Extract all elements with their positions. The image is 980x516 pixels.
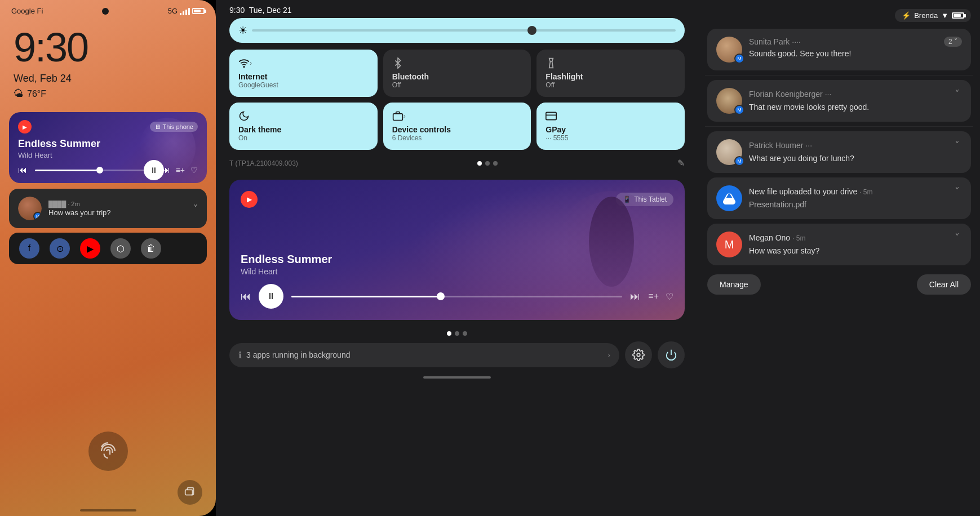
brightness-row: ☀ bbox=[229, 18, 685, 43]
phone-music-widget[interactable]: 🖥 This phone Endless Summer Wild Heart ⏮… bbox=[9, 112, 207, 183]
notif-expand-megan[interactable]: ˅ bbox=[952, 232, 962, 244]
tablet-status-bar: 9:30 Tue, Dec 21 bbox=[216, 0, 698, 18]
tablet-home-indicator bbox=[423, 376, 491, 379]
svg-point-5 bbox=[637, 353, 640, 357]
notif-card-megan[interactable]: M Megan Ono · 5m ˅ How was your stay? bbox=[707, 224, 971, 265]
clear-all-button[interactable]: Clear All bbox=[917, 274, 971, 295]
youtube-icon[interactable]: ▶ bbox=[80, 238, 100, 259]
tablet-playlist-icon[interactable]: ≡+ bbox=[648, 291, 659, 301]
manage-button[interactable]: Manage bbox=[707, 274, 761, 295]
notif-body-drive: New file uploaded to your drive · 5m ˅ P… bbox=[749, 185, 962, 209]
phone-app-icons-row: f ⊙ ▶ ⬡ 🗑 bbox=[9, 233, 207, 264]
phone-notif-message: How was your trip? bbox=[48, 208, 187, 217]
notif-card-patrick[interactable]: M Patrick Houmer ··· ˅ What are you doin… bbox=[707, 131, 971, 173]
notif-status-bar: ⚡ Brenda ▼ bbox=[707, 6, 971, 24]
notif-battery-icon bbox=[952, 12, 964, 19]
phone-notif-avatar: M bbox=[18, 197, 42, 220]
phone-notif-content: ████ · 2m How was your trip? bbox=[48, 201, 187, 217]
notif-wifi-icon: ▼ bbox=[941, 11, 948, 20]
notif-expand-drive[interactable]: ˅ bbox=[952, 185, 962, 198]
qs-internet-sublabel: GoogleGuest bbox=[238, 81, 369, 89]
media-dot-2 bbox=[455, 331, 459, 336]
qs-dot-3 bbox=[493, 161, 498, 166]
notif-card-florian[interactable]: M Florian Koenigberger ··· ˅ That new mo… bbox=[707, 80, 971, 122]
phone-music-controls: ⏮ ⏭ ≡+ ♡ ⏸ bbox=[18, 165, 198, 175]
media-page-dots bbox=[216, 331, 698, 336]
phone-music-artist: Wild Heart bbox=[18, 151, 198, 159]
recents-button[interactable] bbox=[178, 480, 202, 505]
notif-expand-florian[interactable]: ˅ bbox=[952, 88, 962, 100]
phone-temperature: 76°F bbox=[27, 89, 46, 99]
qs-tile-bluetooth[interactable]: Bluetooth Off bbox=[383, 50, 531, 97]
brightness-icon: ☀ bbox=[238, 24, 247, 37]
qs-flashlight-sublabel: Off bbox=[546, 81, 676, 89]
notif-card-drive[interactable]: New file uploaded to your drive · 5m ˅ P… bbox=[707, 177, 971, 219]
weather-icon: 🌤 bbox=[14, 88, 24, 100]
tablet-progress-bar[interactable] bbox=[291, 296, 622, 297]
qs-devicecontrols-label: Device controls bbox=[392, 125, 522, 134]
notif-battery-fill bbox=[954, 14, 961, 17]
tablet-prev-button[interactable]: ⏮ bbox=[241, 291, 251, 303]
qs-tile-internet[interactable]: › Internet GoogleGuest bbox=[229, 50, 378, 97]
divider-2 bbox=[705, 126, 973, 127]
notif-message-florian: That new movie looks pretty good. bbox=[749, 103, 962, 112]
qs-internet-label: Internet bbox=[238, 72, 369, 81]
dark-theme-icon bbox=[238, 110, 369, 122]
running-apps-bar[interactable]: ℹ 3 apps running in background › bbox=[229, 343, 619, 367]
photos-icon[interactable]: ⬡ bbox=[110, 238, 131, 259]
qs-device-info: T (TP1A.2100409.003) bbox=[229, 159, 298, 167]
notif-avatar-florian: M bbox=[716, 88, 742, 114]
notif-message-sunita: Sounds good. See you there! bbox=[749, 49, 962, 58]
brightness-slider[interactable]: ☀ bbox=[229, 18, 685, 43]
signal-bar-2 bbox=[183, 11, 184, 15]
media-dot-1 bbox=[447, 331, 451, 336]
svg-point-1 bbox=[243, 66, 245, 68]
messenger-icon[interactable]: ⊙ bbox=[50, 238, 70, 259]
qs-bluetooth-label: Bluetooth bbox=[392, 72, 522, 81]
fingerprint-button[interactable] bbox=[88, 432, 128, 471]
phone-play-pause-button[interactable]: ⏸ bbox=[144, 160, 164, 180]
brightness-track bbox=[252, 29, 676, 32]
tablet-next-button[interactable]: ⏭ bbox=[630, 291, 640, 303]
notif-name-patrick: Patrick Houmer ··· bbox=[749, 141, 812, 150]
gpay-icon bbox=[546, 110, 676, 122]
phone-weather: 🌤 76°F bbox=[0, 87, 216, 106]
notif-status-name: Brenda bbox=[914, 11, 938, 20]
qs-tile-gpay[interactable]: GPay ··· 5555 bbox=[536, 103, 685, 150]
tablet-heart-icon[interactable]: ♡ bbox=[666, 291, 673, 302]
brightness-thumb bbox=[527, 26, 536, 35]
notif-header-sunita: Sunita Park ···· 2 ˅ bbox=[749, 37, 962, 47]
qs-tile-flashlight[interactable]: Flashlight Off bbox=[536, 50, 685, 97]
facebook-icon[interactable]: f bbox=[19, 238, 39, 259]
media-info: Endless Summer Wild Heart bbox=[241, 253, 673, 276]
notif-header-florian: Florian Koenigberger ··· ˅ bbox=[749, 88, 962, 100]
phone-panel: Google Fi 5G 9:30 Wed, Feb 24 🌤 76°F 🖥 T bbox=[0, 0, 216, 516]
notif-status-right: ⚡ Brenda ▼ bbox=[895, 9, 971, 22]
prev-track-button[interactable]: ⏮ bbox=[18, 165, 27, 175]
drive-icon bbox=[716, 185, 742, 211]
battery-icon bbox=[192, 8, 205, 14]
tablet-panel: 9:30 Tue, Dec 21 ☀ bbox=[216, 0, 698, 516]
playlist-icon[interactable]: ≡+ bbox=[176, 166, 185, 175]
running-apps-label: 3 apps running in background bbox=[246, 350, 350, 359]
tablet-pause-button[interactable]: ⏸ bbox=[259, 284, 283, 309]
notif-card-sunita[interactable]: M Sunita Park ···· 2 ˅ Sounds good. See … bbox=[707, 29, 971, 70]
phone-notif-expand-button[interactable]: ˅ bbox=[193, 203, 198, 214]
notif-name-drive: New file uploaded to your drive · 5m bbox=[749, 187, 872, 196]
trash-icon[interactable]: 🗑 bbox=[141, 238, 161, 259]
notif-name-megan: Megan Ono · 5m bbox=[749, 233, 805, 242]
qs-edit-icon[interactable]: ✎ bbox=[677, 158, 685, 168]
phone-notification-card[interactable]: M ████ · 2m How was your trip? ˅ bbox=[9, 189, 207, 228]
notif-message-megan: How was your stay? bbox=[749, 246, 962, 255]
heart-icon[interactable]: ♡ bbox=[190, 166, 198, 175]
tablet-music-title: Endless Summer bbox=[241, 253, 673, 266]
settings-button[interactable] bbox=[625, 341, 652, 368]
qs-tile-devicecontrols[interactable]: › Device controls 6 Devices bbox=[383, 103, 531, 150]
power-button[interactable] bbox=[658, 341, 685, 368]
notif-expand-patrick[interactable]: ˅ bbox=[952, 139, 962, 152]
flashlight-icon bbox=[546, 57, 676, 69]
qs-tile-darktheme[interactable]: Dark theme On bbox=[229, 103, 378, 150]
signal-bar-4 bbox=[188, 8, 190, 15]
phone-home-indicator bbox=[80, 509, 136, 511]
phone-progress-bar[interactable] bbox=[35, 170, 153, 171]
